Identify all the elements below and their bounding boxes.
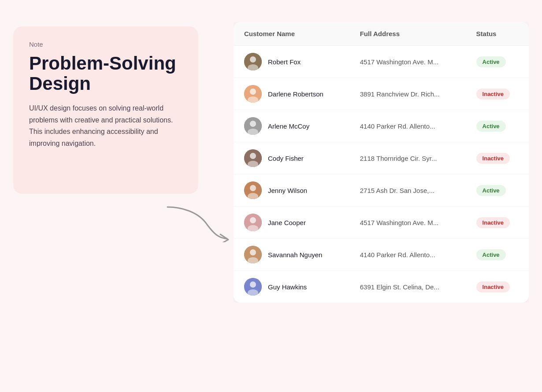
customer-name-cell: Savannah Nguyen <box>234 239 349 271</box>
customers-table: Customer Name Full Address Status <box>234 22 529 303</box>
status-badge: Active <box>476 121 506 132</box>
table-row[interactable]: Jane Cooper 4517 Washington Ave. M... In… <box>234 207 529 239</box>
svg-point-10 <box>250 153 256 159</box>
table-row[interactable]: Cody Fisher 2118 Thornridge Cir. Syr... … <box>234 142 529 174</box>
status-cell: Inactive <box>466 78 529 110</box>
avatar <box>244 149 262 167</box>
svg-point-4 <box>250 89 256 95</box>
avatar <box>244 214 262 231</box>
avatar <box>244 181 262 199</box>
note-label: Note <box>29 41 182 48</box>
customer-name-cell: Jane Cooper <box>234 207 349 239</box>
status-cell: Active <box>466 46 529 78</box>
customer-name: Cody Fisher <box>268 155 304 162</box>
avatar <box>244 85 262 103</box>
status-cell: Active <box>466 110 529 142</box>
avatar <box>244 278 262 296</box>
status-cell: Inactive <box>466 271 529 303</box>
svg-point-13 <box>250 185 256 191</box>
col-header-address: Full Address <box>349 22 466 46</box>
table-row[interactable]: Darlene Robertson 3891 Ranchview Dr. Ric… <box>234 78 529 110</box>
address-cell: 4140 Parker Rd. Allento... <box>349 239 466 271</box>
address-text: 2715 Ash Dr. San Jose,... <box>360 187 434 194</box>
table-header-row: Customer Name Full Address Status <box>234 22 529 46</box>
customer-name-cell: Arlene McCoy <box>234 110 349 142</box>
customer-name-cell: Guy Hawkins <box>234 271 349 303</box>
customer-name-cell: Robert Fox <box>234 46 349 78</box>
table-wrapper: Customer Name Full Address Status <box>234 22 529 303</box>
avatar <box>244 117 262 135</box>
status-badge: Inactive <box>476 281 510 292</box>
svg-point-7 <box>250 121 256 127</box>
svg-point-19 <box>250 249 256 255</box>
table-section: Customer Name Full Address Status <box>234 22 529 303</box>
customer-name: Robert Fox <box>268 58 301 66</box>
table-row[interactable]: Robert Fox 4517 Washington Ave. M... Act… <box>234 46 529 78</box>
svg-point-16 <box>250 217 256 223</box>
table-row[interactable]: Savannah Nguyen 4140 Parker Rd. Allento.… <box>234 239 529 271</box>
note-card: Note Problem-Solving Design UI/UX design… <box>13 26 198 194</box>
customer-name: Savannah Nguyen <box>268 251 322 259</box>
note-title: Problem-Solving Design <box>29 53 182 94</box>
table-row[interactable]: Guy Hawkins 6391 Elgin St. Celina, De...… <box>234 271 529 303</box>
customer-name-cell: Darlene Robertson <box>234 78 349 110</box>
arrow-icon <box>163 203 234 242</box>
address-cell: 4517 Washington Ave. M... <box>349 46 466 78</box>
status-badge: Active <box>476 56 506 67</box>
status-cell: Inactive <box>466 207 529 239</box>
address-text: 4517 Washington Ave. M... <box>360 58 438 66</box>
status-badge: Active <box>476 185 506 196</box>
note-body: UI/UX design focuses on solving real-wor… <box>29 103 182 149</box>
customer-name-cell: Jenny Wilson <box>234 174 349 207</box>
svg-point-1 <box>250 56 256 63</box>
address-cell: 4517 Washington Ave. M... <box>349 207 466 239</box>
avatar <box>244 53 262 70</box>
address-text: 3891 Ranchview Dr. Rich... <box>360 90 440 98</box>
arrow-container <box>163 203 234 242</box>
address-text: 4140 Parker Rd. Allento... <box>360 251 435 259</box>
customer-name: Jane Cooper <box>268 219 306 226</box>
customer-name: Jenny Wilson <box>268 187 307 194</box>
customer-name-cell: Cody Fisher <box>234 142 349 174</box>
col-header-name: Customer Name <box>234 22 349 46</box>
status-badge: Inactive <box>476 89 510 100</box>
customer-name: Guy Hawkins <box>268 283 307 291</box>
address-cell: 3891 Ranchview Dr. Rich... <box>349 78 466 110</box>
address-cell: 2715 Ash Dr. San Jose,... <box>349 174 466 207</box>
customer-name: Darlene Robertson <box>268 90 323 98</box>
address-cell: 6391 Elgin St. Celina, De... <box>349 271 466 303</box>
address-text: 2118 Thornridge Cir. Syr... <box>360 155 437 162</box>
address-text: 4517 Washington Ave. M... <box>360 219 438 226</box>
table-row[interactable]: Arlene McCoy 4140 Parker Rd. Allento... … <box>234 110 529 142</box>
address-cell: 4140 Parker Rd. Allento... <box>349 110 466 142</box>
customer-name: Arlene McCoy <box>268 122 309 130</box>
main-container: Note Problem-Solving Design UI/UX design… <box>0 0 542 392</box>
address-text: 6391 Elgin St. Celina, De... <box>360 283 439 291</box>
avatar <box>244 246 262 263</box>
status-badge: Inactive <box>476 153 510 164</box>
col-header-status: Status <box>466 22 529 46</box>
status-cell: Active <box>466 174 529 207</box>
status-badge: Inactive <box>476 217 510 228</box>
address-text: 4140 Parker Rd. Allento... <box>360 122 435 130</box>
address-cell: 2118 Thornridge Cir. Syr... <box>349 142 466 174</box>
status-badge: Active <box>476 249 506 260</box>
status-cell: Active <box>466 239 529 271</box>
svg-point-22 <box>250 281 256 288</box>
status-cell: Inactive <box>466 142 529 174</box>
table-row[interactable]: Jenny Wilson 2715 Ash Dr. San Jose,... A… <box>234 174 529 207</box>
